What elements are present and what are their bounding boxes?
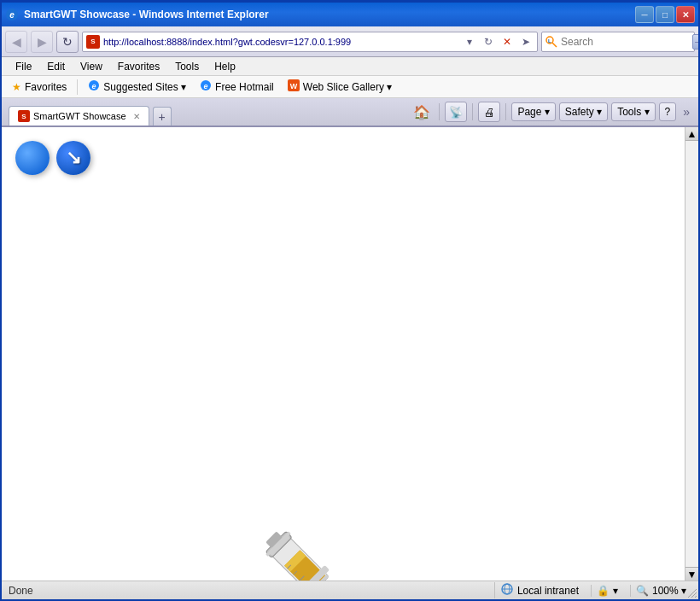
zoom-icon: 🔍 — [636, 585, 649, 597]
window-title: SmartGWT Showcase - Windows Internet Exp… — [24, 9, 635, 20]
address-stop-button[interactable]: ✕ — [499, 34, 515, 50]
web-slice-icon: W — [288, 79, 300, 94]
page-icon: S — [86, 35, 100, 49]
svg-text:e: e — [204, 82, 208, 90]
back-button[interactable]: ◀ — [5, 31, 27, 53]
suggested-sites-button[interactable]: e Suggested Sites ▾ — [85, 78, 190, 96]
menu-edit[interactable]: Edit — [40, 59, 72, 74]
scroll-down-button[interactable]: ▼ — [685, 567, 698, 581]
forward-button[interactable]: ▶ — [31, 31, 53, 53]
favorites-bar: ★ Favorites e Suggested Sites ▾ e Free H… — [2, 76, 698, 98]
resize-grip[interactable] — [686, 587, 698, 599]
search-go-button[interactable]: → — [692, 34, 700, 50]
menu-view[interactable]: View — [73, 59, 109, 74]
toolbar-sep-2 — [472, 103, 473, 120]
web-slice-gallery-label: Web Slice Gallery ▾ — [303, 81, 392, 93]
svg-text:e: e — [9, 10, 15, 20]
help-button[interactable]: ? — [659, 102, 677, 121]
address-bar-container: S ▾ ↻ ✕ ➤ — [82, 32, 538, 52]
tab-icon: S — [18, 110, 30, 122]
status-right: Local intranet 🔒 ▾ 🔍 100% ▾ — [494, 582, 691, 598]
content-area: ▲ ▼ — [2, 127, 698, 581]
minimize-button[interactable]: ─ — [635, 6, 654, 23]
toolbar-sep-3 — [505, 103, 506, 120]
zoom-text: 100% ▾ — [652, 585, 686, 597]
star-icon: ★ — [12, 81, 21, 93]
tab-toolbar-row: S SmartGWT Showcase ✕ + 🏠 📡 🖨 Page ▾ Saf… — [2, 98, 698, 127]
vertical-scrollbar[interactable]: ▲ ▼ — [685, 127, 698, 581]
scroll-up-button[interactable]: ▲ — [685, 127, 698, 141]
svg-line-3 — [552, 43, 557, 47]
page-button[interactable]: Page ▾ — [511, 102, 555, 121]
menu-favorites[interactable]: Favorites — [111, 59, 166, 74]
menu-bar: File Edit View Favorites Tools Help — [2, 57, 698, 76]
print-button[interactable]: 🖨 — [478, 102, 500, 122]
syringe-illustration — [258, 511, 360, 581]
close-button[interactable]: ✕ — [676, 6, 695, 23]
search-container: L → — [541, 32, 695, 52]
toolbar-right: 🏠 📡 🖨 Page ▾ Safety ▾ Tools ▾ ? » — [405, 98, 698, 125]
status-bar: Done Local intranet 🔒 ▾ 🔍 100% ▾ — [2, 581, 698, 599]
suggested-sites-icon: e — [88, 79, 100, 94]
zone-text: Local intranet — [517, 585, 579, 597]
new-tab-button[interactable]: + — [153, 107, 172, 125]
web-slice-gallery-button[interactable]: W Web Slice Gallery ▾ — [284, 78, 395, 96]
stop-refresh-button[interactable]: ↻ — [56, 31, 79, 53]
address-refresh-button[interactable]: ↻ — [481, 34, 496, 50]
menu-tools[interactable]: Tools — [168, 59, 206, 74]
app-icons — [15, 141, 90, 175]
browser-window: e SmartGWT Showcase - Windows Internet E… — [0, 0, 700, 601]
tab-close-button[interactable]: ✕ — [133, 112, 140, 121]
maximize-button[interactable]: □ — [656, 6, 674, 23]
title-bar: e SmartGWT Showcase - Windows Internet E… — [2, 3, 698, 26]
zoom-indicator[interactable]: 🔍 100% ▾ — [630, 585, 691, 597]
free-hotmail-label: Free Hotmail — [215, 81, 274, 93]
nav-bar: ◀ ▶ ↻ S ▾ ↻ ✕ ➤ L → — [2, 26, 698, 57]
lock-icon: 🔒 — [597, 585, 610, 597]
chevron-right-button[interactable]: » — [680, 103, 693, 120]
menu-file[interactable]: File — [9, 59, 38, 74]
tab-label: SmartGWT Showcase — [33, 111, 126, 121]
address-forward-button[interactable]: ➤ — [518, 34, 534, 50]
search-logo: L — [545, 35, 557, 49]
status-text: Done — [9, 585, 487, 597]
tools-button[interactable]: Tools ▾ — [611, 102, 655, 121]
security-indicator: 🔒 ▾ — [591, 585, 623, 597]
favorites-button[interactable]: ★ Favorites — [9, 79, 70, 95]
svg-text:e: e — [92, 82, 96, 90]
search-input[interactable] — [561, 36, 689, 48]
suggested-sites-label: Suggested Sites ▾ — [103, 81, 186, 93]
free-hotmail-button[interactable]: e Free Hotmail — [196, 78, 277, 96]
window-controls: ─ □ ✕ — [635, 6, 695, 23]
hotmail-icon: e — [200, 79, 212, 94]
app-icon-circle — [15, 141, 50, 175]
svg-text:W: W — [290, 82, 298, 90]
svg-text:L: L — [548, 38, 551, 44]
scroll-track[interactable] — [685, 141, 698, 567]
rss-button[interactable]: 📡 — [445, 102, 467, 122]
menu-help[interactable]: Help — [207, 59, 242, 74]
safety-button[interactable]: Safety ▾ — [559, 102, 608, 121]
home-button[interactable]: 🏠 — [410, 101, 434, 123]
tab-smartgwt[interactable]: S SmartGWT Showcase ✕ — [9, 106, 149, 125]
address-go-button[interactable]: ▾ — [462, 34, 477, 50]
fav-sep-1 — [77, 79, 78, 95]
zone-indicator: Local intranet — [494, 582, 584, 598]
address-input[interactable] — [103, 37, 458, 47]
security-dropdown[interactable]: ▾ — [613, 585, 618, 597]
zone-icon — [500, 582, 514, 598]
favorites-label: Favorites — [25, 81, 67, 93]
ie-icon: e — [5, 8, 19, 21]
app-icon-arrow — [56, 141, 90, 175]
toolbar-sep-1 — [439, 103, 440, 120]
svg-line-32 — [695, 596, 697, 598]
